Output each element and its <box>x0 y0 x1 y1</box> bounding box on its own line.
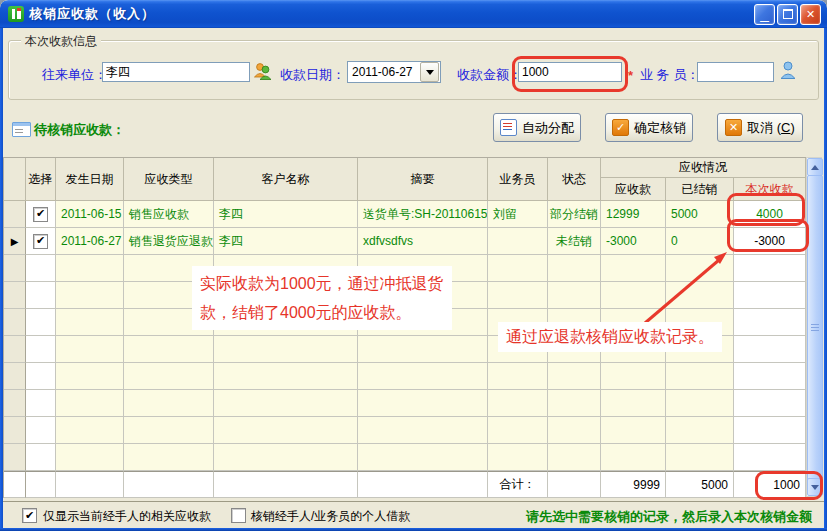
cell-status[interactable]: 未结销 <box>548 228 601 255</box>
cell-summary[interactable]: 送货单号:SH-20110615- <box>358 201 488 228</box>
table-cell-empty[interactable] <box>124 444 214 471</box>
cell-receivable[interactable]: 12999 <box>601 201 666 228</box>
table-cell-empty[interactable] <box>488 390 548 417</box>
confirm-writeoff-button[interactable]: ✓ 确定核销 <box>605 113 693 142</box>
table-cell-empty[interactable] <box>734 390 806 417</box>
table-cell-empty[interactable] <box>488 363 548 390</box>
table-cell-empty[interactable] <box>666 282 734 309</box>
table-cell-empty[interactable] <box>214 390 358 417</box>
table-cell-empty[interactable] <box>666 255 734 282</box>
table-cell-empty[interactable] <box>56 417 124 444</box>
table-cell-empty[interactable] <box>666 417 734 444</box>
column-header-select[interactable]: 选择 <box>26 158 56 201</box>
table-cell-empty[interactable] <box>548 363 601 390</box>
column-header-current[interactable]: 本次收款 <box>734 178 806 201</box>
table-cell-empty[interactable] <box>601 417 666 444</box>
close-button[interactable]: ✕ <box>800 4 821 25</box>
table-cell-empty[interactable] <box>601 390 666 417</box>
column-header-date[interactable]: 发生日期 <box>56 158 124 201</box>
table-cell-empty[interactable] <box>734 309 806 336</box>
cell-date[interactable]: 2011-06-15 <box>56 201 124 228</box>
table-cell-empty[interactable] <box>214 417 358 444</box>
table-cell-empty[interactable] <box>56 309 124 336</box>
table-cell-empty[interactable] <box>488 417 548 444</box>
people-icon[interactable] <box>252 61 272 81</box>
table-cell-empty[interactable] <box>666 363 734 390</box>
table-cell-empty[interactable] <box>26 390 56 417</box>
table-cell-empty[interactable] <box>734 444 806 471</box>
table-cell-empty[interactable] <box>601 255 666 282</box>
table-cell-empty[interactable] <box>358 336 488 363</box>
table-cell-empty[interactable] <box>124 390 214 417</box>
filter-current-handler-checkbox[interactable] <box>22 508 37 523</box>
table-cell-empty[interactable] <box>26 363 56 390</box>
table-cell-empty[interactable] <box>666 444 734 471</box>
table-cell-empty[interactable] <box>26 255 56 282</box>
table-cell-empty[interactable] <box>358 444 488 471</box>
row-checkbox[interactable] <box>33 207 48 222</box>
cell-type[interactable]: 销售应收款 <box>124 201 214 228</box>
table-cell-empty[interactable] <box>56 282 124 309</box>
partner-input[interactable] <box>102 62 250 82</box>
table-cell-empty[interactable] <box>26 444 56 471</box>
cell-receivable[interactable]: -3000 <box>601 228 666 255</box>
row-select-cell[interactable] <box>26 201 56 228</box>
table-cell-empty[interactable] <box>124 363 214 390</box>
cancel-button[interactable]: ✕ 取消 (C) <box>717 113 803 142</box>
table-cell-empty[interactable] <box>124 417 214 444</box>
scroll-up-button[interactable] <box>807 158 823 176</box>
table-cell-empty[interactable] <box>548 255 601 282</box>
cell-customer[interactable]: 李四 <box>214 228 358 255</box>
table-cell-empty[interactable] <box>124 336 214 363</box>
table-cell-empty[interactable] <box>358 363 488 390</box>
row-checkbox[interactable] <box>33 234 48 249</box>
table-cell-empty[interactable] <box>601 282 666 309</box>
table-cell-empty[interactable] <box>734 282 806 309</box>
cell-type[interactable]: 销售退货应退款 <box>124 228 214 255</box>
table-cell-empty[interactable] <box>26 282 56 309</box>
date-combobox[interactable]: 2011-06-27 <box>347 61 441 83</box>
column-header-receivable[interactable]: 应收款 <box>601 178 666 201</box>
cell-salesman[interactable]: 刘留 <box>488 201 548 228</box>
column-header-settled[interactable]: 已结销 <box>666 178 734 201</box>
table-cell-empty[interactable] <box>358 417 488 444</box>
column-header-status[interactable]: 状态 <box>548 158 601 201</box>
table-cell-empty[interactable] <box>601 363 666 390</box>
writeoff-personal-loan-checkbox[interactable] <box>231 508 246 523</box>
row-gutter-active[interactable]: ▶ <box>4 228 26 255</box>
minimize-button[interactable]: — <box>754 4 775 25</box>
table-cell-empty[interactable] <box>56 390 124 417</box>
table-cell-empty[interactable] <box>734 363 806 390</box>
table-cell-empty[interactable] <box>734 417 806 444</box>
cell-current-editable[interactable]: 4000 <box>734 201 806 228</box>
table-cell-empty[interactable] <box>56 363 124 390</box>
table-cell-empty[interactable] <box>56 444 124 471</box>
table-cell-empty[interactable] <box>488 282 548 309</box>
table-cell-empty[interactable] <box>601 444 666 471</box>
cell-status[interactable]: 部分结销 <box>548 201 601 228</box>
table-cell-empty[interactable] <box>666 390 734 417</box>
table-cell-empty[interactable] <box>214 336 358 363</box>
column-header-customer[interactable]: 客户名称 <box>214 158 358 201</box>
auto-assign-button[interactable]: 自动分配 <box>493 113 581 142</box>
column-header-type[interactable]: 应收类型 <box>124 158 214 201</box>
amount-input[interactable] <box>518 62 622 82</box>
filter-current-handler-label[interactable]: 仅显示当前经手人的相关应收款 <box>43 508 211 525</box>
table-cell-empty[interactable] <box>734 336 806 363</box>
column-header-salesman[interactable]: 业务员 <box>488 158 548 201</box>
table-cell-empty[interactable] <box>26 336 56 363</box>
table-cell-empty[interactable] <box>734 255 806 282</box>
salesman-input[interactable] <box>697 62 774 82</box>
table-cell-empty[interactable] <box>548 390 601 417</box>
table-cell-empty[interactable] <box>548 417 601 444</box>
table-cell-empty[interactable] <box>214 363 358 390</box>
column-header-summary[interactable]: 摘要 <box>358 158 488 201</box>
table-cell-empty[interactable] <box>56 336 124 363</box>
scrollbar-thumb[interactable] <box>807 175 823 481</box>
table-cell-empty[interactable] <box>26 309 56 336</box>
person-icon[interactable] <box>779 60 797 80</box>
writeoff-personal-loan-label[interactable]: 核销经手人/业务员的个人借款 <box>251 508 410 525</box>
cell-current-editing[interactable]: -3000 <box>734 228 806 255</box>
chevron-down-icon[interactable] <box>420 62 439 82</box>
cell-settled[interactable]: 0 <box>666 228 734 255</box>
